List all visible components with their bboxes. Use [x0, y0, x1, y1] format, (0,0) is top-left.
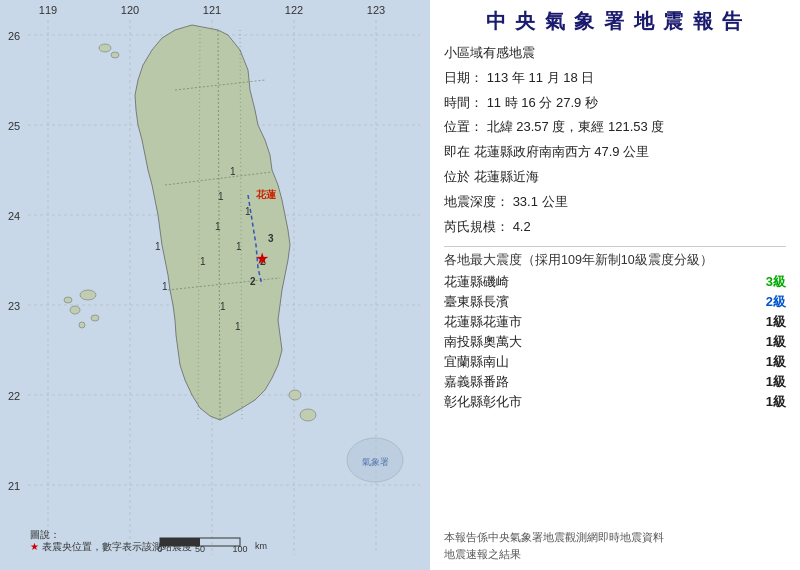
footer-note: 本報告係中央氣象署地震觀測網即時地震資料 地震速報之結果: [444, 529, 786, 562]
svg-text:1: 1: [235, 321, 241, 332]
svg-point-29: [111, 52, 119, 58]
svg-text:22: 22: [8, 390, 20, 402]
intensity-row: 臺東縣長濱 2級: [444, 293, 786, 311]
svg-text:圖說：: 圖說：: [30, 529, 60, 540]
svg-text:122: 122: [285, 4, 303, 16]
time-row: 時間： 11 時 16 分 27.9 秒: [444, 93, 786, 114]
svg-text:100: 100: [232, 544, 247, 554]
intensity-place: 彰化縣彰化市: [444, 393, 758, 411]
svg-point-30: [289, 390, 301, 400]
svg-text:3: 3: [268, 233, 274, 244]
intensity-level: 1級: [758, 393, 786, 411]
intensity-row: 花蓮縣花蓮市 1級: [444, 313, 786, 331]
intensity-list: 花蓮縣磯崎 3級 臺東縣長濱 2級 花蓮縣花蓮市 1級 南投縣奧萬大 1級 宜蘭…: [444, 273, 786, 413]
svg-text:1: 1: [230, 166, 236, 177]
svg-text:km: km: [255, 541, 267, 551]
svg-text:花蓮: 花蓮: [255, 189, 277, 200]
intensity-place: 宜蘭縣南山: [444, 353, 758, 371]
svg-text:120: 120: [121, 4, 139, 16]
svg-text:23: 23: [8, 300, 20, 312]
svg-point-26: [64, 297, 72, 303]
near-row: 即在 花蓮縣政府南南西方 47.9 公里: [444, 142, 786, 163]
intensity-place: 南投縣奧萬大: [444, 333, 758, 351]
svg-text:50: 50: [195, 544, 205, 554]
intensity-row: 彰化縣彰化市 1級: [444, 393, 786, 411]
svg-text:★: ★: [255, 250, 269, 267]
svg-point-25: [91, 315, 99, 321]
svg-point-24: [70, 306, 80, 314]
svg-text:121: 121: [203, 4, 221, 16]
svg-point-27: [79, 322, 85, 328]
area-row: 位於 花蓮縣近海: [444, 167, 786, 188]
svg-text:2: 2: [250, 276, 256, 287]
intensity-row: 南投縣奧萬大 1級: [444, 333, 786, 351]
intensity-level: 1級: [758, 313, 786, 331]
svg-text:1: 1: [215, 221, 221, 232]
svg-text:123: 123: [367, 4, 385, 16]
depth-row: 地震深度： 33.1 公里: [444, 192, 786, 213]
intensity-level: 1級: [758, 333, 786, 351]
location-row: 位置： 北緯 23.57 度，東經 121.53 度: [444, 117, 786, 138]
svg-text:21: 21: [8, 480, 20, 492]
intensity-place: 花蓮縣花蓮市: [444, 313, 758, 331]
svg-text:25: 25: [8, 120, 20, 132]
intensity-place: 臺東縣長濱: [444, 293, 758, 311]
svg-text:24: 24: [8, 210, 20, 222]
svg-point-28: [99, 44, 111, 52]
intensity-level: 2級: [758, 293, 786, 311]
svg-text:1: 1: [220, 301, 226, 312]
svg-text:119: 119: [39, 4, 57, 16]
intensity-level: 1級: [758, 353, 786, 371]
magnitude-row: 芮氏規模： 4.2: [444, 217, 786, 238]
svg-text:1: 1: [155, 241, 161, 252]
info-section: 中 央 氣 象 署 地 震 報 告 小區域有感地震 日期： 113 年 11 月…: [430, 0, 800, 570]
intensity-row: 嘉義縣番路 1級: [444, 373, 786, 391]
svg-point-23: [80, 290, 96, 300]
svg-text:1: 1: [200, 256, 206, 267]
intensity-level: 1級: [758, 373, 786, 391]
intensity-place: 嘉義縣番路: [444, 373, 758, 391]
svg-text:★: ★: [30, 541, 39, 552]
date-row: 日期： 113 年 11 月 18 日: [444, 68, 786, 89]
main-container: 119 120 121 122 123 26 25 24 23 22 21: [0, 0, 800, 570]
svg-text:氣象署: 氣象署: [362, 457, 389, 467]
divider1: [444, 246, 786, 247]
svg-text:1: 1: [218, 191, 224, 202]
intensity-title: 各地最大震度（採用109年新制10級震度分級）: [444, 252, 786, 269]
earthquake-type: 小區域有感地震: [444, 43, 786, 64]
svg-text:1: 1: [236, 241, 242, 252]
intensity-row: 花蓮縣磯崎 3級: [444, 273, 786, 291]
intensity-place: 花蓮縣磯崎: [444, 273, 758, 291]
map-section: 119 120 121 122 123 26 25 24 23 22 21: [0, 0, 430, 570]
svg-text:表震央位置，數字表示該測站震度: 表震央位置，數字表示該測站震度: [42, 541, 192, 552]
report-title: 中 央 氣 象 署 地 震 報 告: [444, 8, 786, 35]
svg-point-31: [300, 409, 316, 421]
intensity-level: 3級: [758, 273, 786, 291]
intensity-row: 宜蘭縣南山 1級: [444, 353, 786, 371]
svg-text:26: 26: [8, 30, 20, 42]
svg-text:1: 1: [162, 281, 168, 292]
